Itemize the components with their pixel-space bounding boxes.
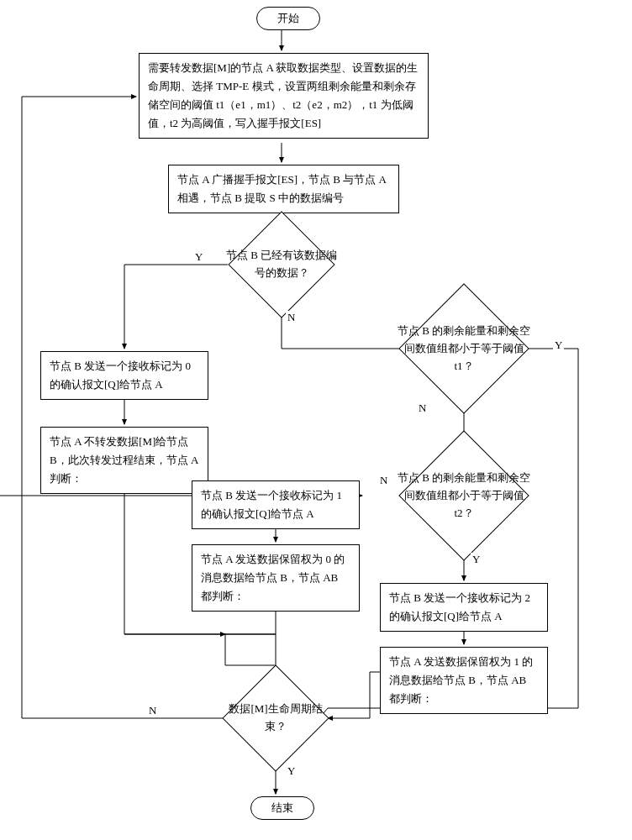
process-mark-2: 节点 B 发送一个接收标记为 2 的确认报文[Q]给节点 A <box>380 583 548 632</box>
process-mark-1: 节点 B 发送一个接收标记为 1 的确认报文[Q]给节点 A <box>192 480 360 529</box>
label-d3-no: N <box>378 474 389 487</box>
start-terminal: 开始 <box>256 7 320 30</box>
process-init: 需要转发数据[M]的节点 A 获取数据类型、设置数据的生命周期、选择 TMP-E… <box>139 53 429 139</box>
label-d2-no: N <box>417 402 428 415</box>
process-send-retain-0: 节点 A 发送数据保留权为 0 的消息数据给节点 B，节点 AB 都判断： <box>192 544 360 612</box>
process-broadcast: 节点 A 广播握手报文[ES]，节点 B 与节点 A 相遇，节点 B 提取 S … <box>168 165 399 213</box>
label-d2-yes: Y <box>553 339 564 352</box>
label-d4-yes: Y <box>286 764 297 778</box>
process-mark-0: 节点 B 发送一个接收标记为 0 的确认报文[Q]给节点 A <box>40 351 208 400</box>
label-d1-no: N <box>286 311 297 324</box>
end-terminal: 结束 <box>250 796 314 820</box>
process-send-retain-1: 节点 A 发送数据保留权为 1 的消息数据给节点 B，节点 AB 都判断： <box>380 647 548 714</box>
process-no-forward: 节点 A 不转发数据[M]给节点 B，此次转发过程结束，节点 A 判断： <box>40 427 208 494</box>
label-d1-yes: Y <box>193 250 204 264</box>
decision-has-data: 节点 B 已经有该数据编号的数据？ <box>244 227 319 302</box>
label-d3-yes: Y <box>471 553 482 566</box>
decision-lifecycle-end: 数据[M]生命周期结束？ <box>238 680 313 756</box>
decision-threshold-t1: 节点 B 的剩余能量和剩余空间数值组都小于等于阈值 t1？ <box>418 302 510 395</box>
label-d4-no: N <box>147 704 158 717</box>
decision-threshold-t2: 节点 B 的剩余能量和剩余空间数值组都小于等于阈值 t2？ <box>418 449 510 542</box>
